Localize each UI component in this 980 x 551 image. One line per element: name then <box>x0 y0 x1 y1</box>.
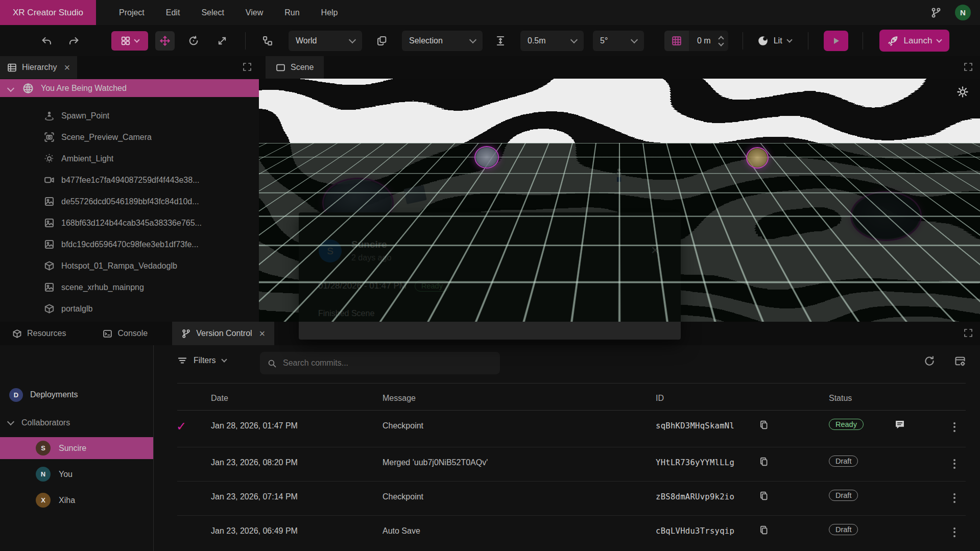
snap-mode-dropdown[interactable]: Selection <box>402 31 483 51</box>
grid-snap-button[interactable] <box>664 31 689 51</box>
git-branch-icon[interactable] <box>930 7 942 18</box>
copy-icon[interactable] <box>759 525 769 535</box>
menu-project[interactable]: Project <box>119 8 145 17</box>
video-icon <box>44 175 55 185</box>
commit-id: cBqLVHdu3Trsyqip <box>656 526 734 536</box>
close-icon[interactable]: × <box>651 243 659 257</box>
row-menu-kebab-icon[interactable] <box>950 419 959 435</box>
undo-button[interactable] <box>37 31 56 51</box>
portal-right[interactable] <box>850 191 922 241</box>
shading-dropdown[interactable]: Lit <box>754 31 795 51</box>
expand-panel-icon[interactable] <box>243 62 252 71</box>
pivot-button[interactable] <box>258 31 277 51</box>
scene-figure[interactable] <box>616 169 622 182</box>
camera-icon <box>44 132 55 142</box>
tree-item-spawn-point[interactable]: Spawn_Point <box>0 105 259 127</box>
image-icon <box>44 218 55 228</box>
bounds-button[interactable] <box>372 31 392 51</box>
row-menu-kebab-icon[interactable] <box>950 490 959 506</box>
row-menu-kebab-icon[interactable] <box>950 456 959 471</box>
resources-cube-icon <box>12 329 22 339</box>
elevation-stepper[interactable] <box>719 36 723 45</box>
menu-run[interactable]: Run <box>284 8 299 17</box>
sidebar-item-deployments[interactable]: D Deployments <box>0 384 153 406</box>
height-snap-button[interactable] <box>491 31 510 51</box>
tree-item-image-1[interactable]: de55726dcd0546189bbf43fc84d10d... <box>0 191 259 212</box>
search-commits-box[interactable] <box>260 352 500 374</box>
tree-item-label: Spawn_Point <box>61 111 109 121</box>
close-icon[interactable]: × <box>64 62 70 73</box>
portal-small-left[interactable] <box>474 146 499 169</box>
tree-item-hotspot-model[interactable]: Hotspot_01_Rampa_Vedadoglb <box>0 255 259 277</box>
commit-row[interactable]: Jan 23, 2026, 06:49 PM Auto Save cBqLVHd… <box>154 515 980 549</box>
launch-button[interactable]: Launch <box>879 30 950 52</box>
copy-icon[interactable] <box>759 457 769 467</box>
move-tool-button[interactable] <box>155 31 175 51</box>
search-commits-input[interactable] <box>282 358 493 368</box>
row-menu-kebab-icon[interactable] <box>950 524 959 540</box>
copy-icon[interactable] <box>759 491 769 501</box>
menu-view[interactable]: View <box>246 8 263 17</box>
tree-item-ambient-light[interactable]: Ambient_Light <box>0 148 259 170</box>
viewport-settings-gear-icon[interactable] <box>957 86 969 98</box>
chevron-down-icon <box>221 356 227 362</box>
grid-size-value: 0.5m <box>528 36 546 45</box>
tree-item-label: Hotspot_01_Rampa_Vedadoglb <box>61 261 177 271</box>
tree-item-scene-preview-camera[interactable]: Scene_Preview_Camera <box>0 127 259 148</box>
tab-resources-label: Resources <box>27 329 66 338</box>
view-layout-button[interactable] <box>111 31 148 51</box>
tree-item-scene-image[interactable]: scene_xrhub_mainpng <box>0 277 259 298</box>
expand-bottom-panel-icon[interactable] <box>964 328 973 338</box>
tab-console[interactable]: Console <box>93 322 157 345</box>
collaborator-xiha[interactable]: X Xiha <box>0 489 153 511</box>
close-icon[interactable]: × <box>259 328 266 339</box>
filters-button[interactable]: Filters <box>177 355 226 366</box>
menu-edit[interactable]: Edit <box>166 8 180 17</box>
tree-item-image-2[interactable]: 168bf63d124b44cab345a38336e765... <box>0 212 259 234</box>
toolbar: World Selection 0.5m 5° 0 m <box>0 25 980 56</box>
panel-settings-icon[interactable] <box>954 355 966 367</box>
space-dropdown[interactable]: World <box>289 31 362 51</box>
refresh-icon[interactable] <box>924 355 935 367</box>
rotate-tool-button[interactable] <box>184 31 203 51</box>
commit-row[interactable]: Jan 23, 2026, 08:20 PM Merged 'uub7j0NiB… <box>154 447 980 481</box>
collaborators-header[interactable]: Collaborators <box>0 413 153 433</box>
menu-help[interactable]: Help <box>321 8 338 17</box>
tab-version-control[interactable]: Version Control × <box>172 322 274 345</box>
commit-id: sqBhKD3MHqSkamNl <box>656 421 734 430</box>
tab-hierarchy[interactable]: Hierarchy × <box>0 56 77 79</box>
copy-icon[interactable] <box>759 420 769 430</box>
comment-icon[interactable] <box>894 419 905 430</box>
tab-resources[interactable]: Resources <box>3 322 75 345</box>
tab-scene[interactable]: Scene <box>266 56 324 79</box>
collaborator-suncire[interactable]: S Suncire <box>0 437 153 459</box>
tree-item-video[interactable]: b477fee1c7fa494087259df4f443e38... <box>0 170 259 191</box>
portal-small-right[interactable] <box>746 147 769 169</box>
scale-tool-button[interactable] <box>212 31 232 51</box>
tree-item-portal-model[interactable]: portalglb <box>0 298 259 320</box>
commit-row[interactable]: Jan 23, 2026, 07:14 PM Checkpoint zBS8dm… <box>154 481 980 515</box>
angle-dropdown[interactable]: 5° <box>593 31 644 51</box>
overlap-squares-icon <box>376 35 388 46</box>
play-icon <box>831 36 841 45</box>
collaborator-name: Suncire <box>59 444 86 453</box>
menu-select[interactable]: Select <box>201 8 224 17</box>
filters-label: Filters <box>194 356 216 365</box>
collaborator-you[interactable]: N You <box>0 463 153 485</box>
stepper-down-icon[interactable] <box>718 40 724 46</box>
elevation-group: 0 m <box>664 31 728 51</box>
redo-button[interactable] <box>64 31 84 51</box>
commit-row[interactable]: ✓ Jan 28, 2026, 01:47 PM Checkpoint sqBh… <box>154 410 980 444</box>
xr-creator-studio-window: XR Creator Studio Project Edit Select Vi… <box>0 0 980 551</box>
commits-main: Filters <box>154 345 980 551</box>
grid-size-dropdown[interactable]: 0.5m <box>520 31 584 51</box>
elevation-field[interactable]: 0 m <box>689 31 728 51</box>
tree-item-label: 168bf63d124b44cab345a38336e765... <box>61 219 202 228</box>
rotate-icon <box>188 35 199 46</box>
play-button[interactable] <box>824 31 848 51</box>
hierarchy-root-item[interactable]: You Are Being Watched <box>0 79 259 97</box>
chevron-down-icon <box>570 36 578 43</box>
expand-viewport-icon[interactable] <box>964 62 973 71</box>
tree-item-image-3[interactable]: bfdc19cd6596470c98fee3eb1df73fe... <box>0 234 259 255</box>
user-avatar[interactable]: N <box>955 5 971 20</box>
